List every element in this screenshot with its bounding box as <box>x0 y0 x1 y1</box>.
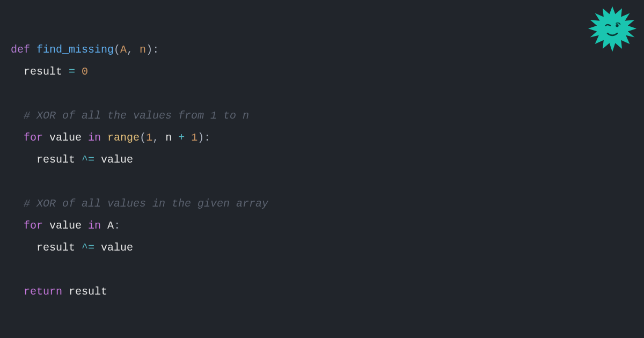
func-name: find_missing <box>36 43 114 56</box>
var-value: value <box>49 219 82 232</box>
var-result: result <box>36 153 75 166</box>
op-assign: = <box>62 65 82 78</box>
svg-point-2 <box>616 24 618 27</box>
var-result: result <box>24 65 62 78</box>
space <box>82 219 88 232</box>
space <box>101 219 107 232</box>
comma: , <box>152 131 165 144</box>
paren-open: ( <box>140 131 146 144</box>
num-one: 1 <box>146 131 152 144</box>
code-block: def find_missing(A, n): result = 0 # XOR… <box>0 0 644 313</box>
keyword-return: return <box>24 285 62 298</box>
op-xor-assign: ^= <box>75 153 101 166</box>
var-result: result <box>36 241 75 254</box>
num-zero: 0 <box>82 65 88 78</box>
builtin-range: range <box>107 131 140 144</box>
var-result: result <box>69 285 107 298</box>
colon: : <box>114 219 120 232</box>
op-plus: + <box>172 131 191 144</box>
paren-close: ): <box>197 131 210 144</box>
var-n: n <box>165 131 172 144</box>
var-value: value <box>101 153 133 166</box>
space <box>82 131 88 144</box>
space <box>43 131 49 144</box>
var-value: value <box>101 241 133 254</box>
keyword-in: in <box>88 131 101 144</box>
paren-close: ): <box>146 43 159 56</box>
keyword-def: def <box>11 43 30 56</box>
comment-xor-range: # XOR of all the values from 1 to n <box>24 109 249 122</box>
mascot-icon <box>588 5 636 54</box>
param-n: n <box>140 43 146 56</box>
comment-xor-array: # XOR of all values in the given array <box>24 197 268 210</box>
var-value: value <box>49 131 82 144</box>
comma: , <box>127 43 140 56</box>
param-A: A <box>120 43 127 56</box>
space <box>43 219 49 232</box>
num-one: 1 <box>191 131 197 144</box>
var-A: A <box>107 219 114 232</box>
space <box>62 285 69 298</box>
op-xor-assign: ^= <box>75 241 101 254</box>
keyword-for: for <box>24 131 43 144</box>
svg-point-1 <box>598 14 627 43</box>
keyword-for: for <box>24 219 43 232</box>
keyword-in: in <box>88 219 101 232</box>
paren-open: ( <box>114 43 120 56</box>
space <box>101 131 107 144</box>
